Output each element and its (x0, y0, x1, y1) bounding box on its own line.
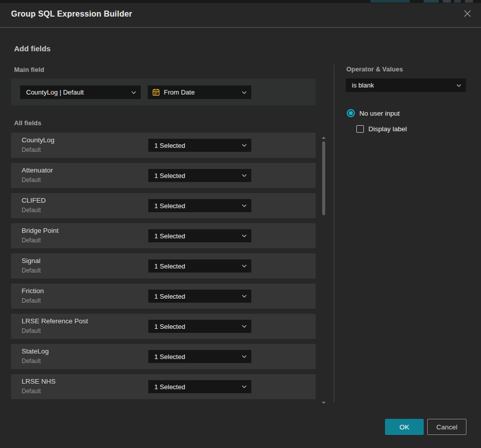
radio-selected-icon (347, 109, 355, 117)
field-row: LRSE Reference PostDefault1 Selected (11, 314, 316, 339)
chevron-down-icon (456, 84, 461, 87)
main-field-label: Main field (14, 66, 44, 73)
field-row: CLIFEDDefault1 Selected (11, 193, 316, 218)
field-selected-dropdown[interactable]: 1 Selected (148, 320, 251, 333)
operator-value: is blank (352, 81, 374, 89)
field-sublabel: Default (22, 267, 41, 274)
field-name: Signal (22, 257, 41, 264)
field-selected-dropdown[interactable]: 1 Selected (148, 290, 251, 303)
operator-values-heading: Operator & Values (346, 65, 403, 73)
all-fields-label: All fields (14, 119, 41, 127)
field-selected-dropdown[interactable]: 1 Selected (148, 350, 251, 363)
field-sublabel: Default (22, 237, 41, 244)
field-name: Attenuator (22, 166, 53, 174)
chevron-down-icon (242, 91, 247, 94)
field-sublabel: Default (22, 146, 41, 153)
field-selected-value: 1 Selected (154, 353, 185, 361)
field-selected-value: 1 Selected (154, 202, 185, 210)
field-name: Bridge Point (22, 227, 59, 234)
field-name: CLIFED (22, 197, 46, 204)
field-selected-value: 1 Selected (154, 232, 185, 240)
field-sublabel: Default (22, 327, 41, 334)
field-row: AttenuatorDefault1 Selected (11, 163, 316, 188)
background-fragment (465, 0, 473, 3)
field-selected-dropdown[interactable]: 1 Selected (148, 380, 251, 393)
field-selected-value: 1 Selected (154, 172, 185, 180)
main-field-date-dropdown[interactable]: From Date (148, 85, 251, 99)
scrollbar-down-arrow-icon[interactable] (322, 402, 326, 404)
chevron-down-icon (242, 204, 247, 207)
screen: Group SQL Expression Builder Add fields … (0, 0, 481, 448)
calendar-icon (152, 88, 160, 96)
main-field-layer-dropdown[interactable]: CountyLog | Default (20, 85, 141, 99)
dialog-header: Group SQL Expression Builder (0, 3, 481, 28)
operator-dropdown[interactable]: is blank (346, 78, 466, 92)
field-selected-dropdown[interactable]: 1 Selected (148, 229, 251, 242)
no-user-input-radio[interactable]: No user input (347, 109, 400, 117)
field-selected-dropdown[interactable]: 1 Selected (148, 199, 251, 212)
field-selected-dropdown[interactable]: 1 Selected (148, 139, 251, 152)
field-sublabel: Default (22, 357, 41, 365)
field-row: SignalDefault1 Selected (11, 253, 316, 279)
field-row: CountyLogDefault1 Selected (11, 133, 316, 158)
chevron-down-icon (242, 144, 247, 147)
chevron-down-icon (242, 234, 247, 237)
chevron-down-icon (242, 174, 247, 177)
scrollbar-thumb[interactable] (322, 141, 325, 215)
display-label-checkbox[interactable]: Display label (356, 125, 407, 133)
chevron-down-icon (242, 385, 247, 388)
field-selected-value: 1 Selected (154, 383, 185, 391)
scrollbar-up-arrow-icon[interactable] (322, 137, 326, 139)
main-field-panel: CountyLog | Default From Date (11, 78, 316, 106)
chevron-down-icon (131, 91, 136, 94)
background-fragment (370, 0, 410, 3)
field-selected-dropdown[interactable]: 1 Selected (148, 169, 251, 182)
close-icon (463, 10, 471, 20)
display-label-label: Display label (368, 125, 407, 133)
field-sublabel: Default (22, 388, 41, 395)
field-row: Bridge PointDefault1 Selected (11, 223, 316, 248)
field-name: LRSE NHS (22, 378, 56, 385)
field-row: StateLogDefault1 Selected (11, 344, 316, 369)
chevron-down-icon (242, 325, 247, 328)
field-row: LRSE NHSDefault1 Selected (11, 374, 316, 399)
field-name: CountyLog (22, 136, 54, 144)
field-selected-value: 1 Selected (154, 323, 185, 330)
background-fragment (454, 0, 461, 3)
main-field-layer-value: CountyLog | Default (26, 88, 84, 96)
ok-button[interactable]: OK (385, 419, 424, 435)
field-name: Friction (22, 287, 44, 295)
dialog-title: Group SQL Expression Builder (11, 10, 132, 19)
cancel-button[interactable]: Cancel (427, 419, 466, 435)
checkbox-unchecked-icon (356, 125, 364, 133)
field-row: FrictionDefault1 Selected (11, 284, 316, 309)
field-name: LRSE Reference Post (22, 317, 88, 325)
no-user-input-label: No user input (359, 110, 400, 117)
field-selected-dropdown[interactable]: 1 Selected (148, 259, 251, 273)
group-sql-expression-builder-dialog: Group SQL Expression Builder Add fields … (0, 3, 481, 448)
field-selected-value: 1 Selected (154, 142, 185, 149)
field-name: StateLog (22, 347, 49, 355)
field-sublabel: Default (22, 176, 41, 184)
background-fragment (443, 0, 451, 3)
field-sublabel: Default (22, 207, 41, 214)
close-button[interactable] (462, 9, 473, 20)
field-selected-value: 1 Selected (154, 262, 185, 270)
add-fields-heading: Add fields (14, 44, 51, 53)
background-fragment (424, 0, 439, 3)
chevron-down-icon (242, 295, 247, 298)
main-field-date-value: From Date (164, 88, 195, 96)
chevron-down-icon (242, 355, 247, 358)
chevron-down-icon (242, 264, 247, 267)
field-selected-value: 1 Selected (154, 293, 185, 300)
field-sublabel: Default (22, 297, 41, 304)
panel-divider (334, 64, 334, 402)
